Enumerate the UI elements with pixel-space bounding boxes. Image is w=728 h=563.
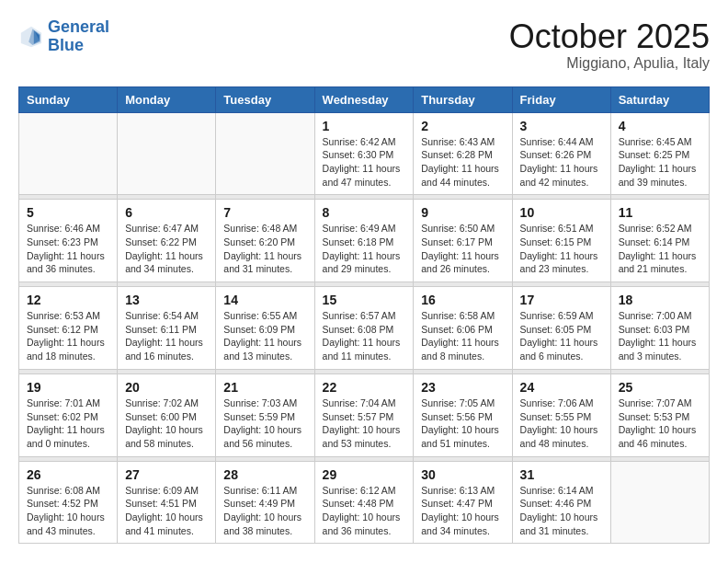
day-number: 25	[619, 380, 701, 395]
calendar-table: SundayMondayTuesdayWednesdayThursdayFrid…	[18, 86, 710, 545]
weekday-header-saturday: Saturday	[610, 86, 709, 112]
calendar-cell: 25Sunrise: 7:07 AMSunset: 5:53 PMDayligh…	[610, 373, 709, 456]
calendar-cell: 24Sunrise: 7:06 AMSunset: 5:55 PMDayligh…	[512, 373, 610, 456]
location-subtitle: Miggiano, Apulia, Italy	[509, 55, 710, 72]
day-number: 28	[223, 467, 306, 482]
calendar-week-row: 5Sunrise: 6:46 AMSunset: 6:23 PMDaylight…	[19, 200, 710, 282]
page-header: General Blue October 2025 Miggiano, Apul…	[18, 18, 710, 72]
calendar-cell: 8Sunrise: 6:49 AMSunset: 6:18 PMDaylight…	[314, 200, 414, 282]
calendar-cell: 12Sunrise: 6:53 AMSunset: 6:12 PMDayligh…	[19, 287, 118, 370]
calendar-cell: 7Sunrise: 6:48 AMSunset: 6:20 PMDaylight…	[216, 200, 314, 282]
day-info: Sunrise: 6:11 AMSunset: 4:49 PMDaylight:…	[223, 484, 306, 538]
day-number: 30	[421, 467, 504, 482]
day-number: 21	[223, 380, 306, 395]
calendar-cell: 19Sunrise: 7:01 AMSunset: 6:02 PMDayligh…	[19, 373, 118, 456]
calendar-cell: 5Sunrise: 6:46 AMSunset: 6:23 PMDaylight…	[19, 200, 118, 282]
day-number: 24	[520, 380, 603, 395]
day-number: 2	[421, 119, 504, 133]
day-number: 27	[125, 467, 208, 482]
calendar-cell: 30Sunrise: 6:13 AMSunset: 4:47 PMDayligh…	[414, 461, 512, 544]
day-info: Sunrise: 6:48 AMSunset: 6:20 PMDaylight:…	[223, 222, 306, 276]
day-info: Sunrise: 7:04 AMSunset: 5:57 PMDaylight:…	[323, 396, 406, 451]
calendar-cell: 11Sunrise: 6:52 AMSunset: 6:14 PMDayligh…	[610, 200, 709, 282]
day-number: 9	[421, 205, 504, 220]
calendar-cell: 15Sunrise: 6:57 AMSunset: 6:08 PMDayligh…	[314, 287, 414, 370]
weekday-header-friday: Friday	[512, 86, 610, 112]
calendar-cell: 2Sunrise: 6:43 AMSunset: 6:28 PMDaylight…	[414, 112, 512, 195]
weekday-header-tuesday: Tuesday	[216, 86, 314, 112]
day-number: 29	[323, 467, 406, 482]
day-info: Sunrise: 6:13 AMSunset: 4:47 PMDaylight:…	[421, 484, 504, 538]
calendar-cell: 28Sunrise: 6:11 AMSunset: 4:49 PMDayligh…	[216, 461, 314, 544]
weekday-header-monday: Monday	[118, 86, 216, 112]
day-info: Sunrise: 6:44 AMSunset: 6:26 PMDaylight:…	[520, 135, 603, 190]
logo-line1: General	[48, 17, 109, 36]
day-number: 10	[520, 205, 603, 220]
day-info: Sunrise: 6:50 AMSunset: 6:17 PMDaylight:…	[421, 222, 504, 276]
day-info: Sunrise: 7:01 AMSunset: 6:02 PMDaylight:…	[27, 396, 109, 451]
weekday-header-row: SundayMondayTuesdayWednesdayThursdayFrid…	[19, 86, 710, 112]
day-number: 1	[323, 119, 406, 133]
calendar-cell: 31Sunrise: 6:14 AMSunset: 4:46 PMDayligh…	[512, 461, 610, 544]
day-number: 13	[125, 293, 208, 307]
day-info: Sunrise: 6:49 AMSunset: 6:18 PMDaylight:…	[323, 222, 406, 276]
calendar-cell: 9Sunrise: 6:50 AMSunset: 6:17 PMDaylight…	[414, 200, 512, 282]
day-info: Sunrise: 6:59 AMSunset: 6:05 PMDaylight:…	[520, 309, 603, 363]
calendar-cell: 20Sunrise: 7:02 AMSunset: 6:00 PMDayligh…	[118, 373, 216, 456]
day-info: Sunrise: 6:47 AMSunset: 6:22 PMDaylight:…	[125, 222, 208, 276]
day-number: 31	[520, 467, 603, 482]
day-info: Sunrise: 6:42 AMSunset: 6:30 PMDaylight:…	[323, 135, 406, 190]
day-info: Sunrise: 7:00 AMSunset: 6:03 PMDaylight:…	[619, 309, 701, 363]
day-info: Sunrise: 6:43 AMSunset: 6:28 PMDaylight:…	[421, 135, 504, 190]
day-info: Sunrise: 6:53 AMSunset: 6:12 PMDaylight:…	[27, 309, 109, 363]
calendar-cell: 22Sunrise: 7:04 AMSunset: 5:57 PMDayligh…	[314, 373, 414, 456]
day-number: 20	[125, 380, 208, 395]
calendar-cell: 23Sunrise: 7:05 AMSunset: 5:56 PMDayligh…	[414, 373, 512, 456]
logo-text: General Blue	[48, 18, 109, 55]
day-info: Sunrise: 6:55 AMSunset: 6:09 PMDaylight:…	[223, 309, 306, 363]
day-number: 14	[223, 293, 306, 307]
weekday-header-wednesday: Wednesday	[314, 86, 414, 112]
day-number: 16	[421, 293, 504, 307]
day-number: 23	[421, 380, 504, 395]
calendar-cell	[216, 112, 314, 195]
calendar-cell: 18Sunrise: 7:00 AMSunset: 6:03 PMDayligh…	[610, 287, 709, 370]
logo-line2: Blue	[48, 36, 84, 54]
day-info: Sunrise: 6:09 AMSunset: 4:51 PMDaylight:…	[125, 484, 208, 538]
calendar-cell: 14Sunrise: 6:55 AMSunset: 6:09 PMDayligh…	[216, 287, 314, 370]
day-info: Sunrise: 6:51 AMSunset: 6:15 PMDaylight:…	[520, 222, 603, 276]
day-info: Sunrise: 7:02 AMSunset: 6:00 PMDaylight:…	[125, 396, 208, 451]
calendar-cell	[118, 112, 216, 195]
day-number: 11	[619, 205, 701, 220]
calendar-cell: 6Sunrise: 6:47 AMSunset: 6:22 PMDaylight…	[118, 200, 216, 282]
calendar-cell: 17Sunrise: 6:59 AMSunset: 6:05 PMDayligh…	[512, 287, 610, 370]
day-number: 22	[323, 380, 406, 395]
logo-icon	[18, 24, 44, 50]
calendar-cell: 4Sunrise: 6:45 AMSunset: 6:25 PMDaylight…	[610, 112, 709, 195]
calendar-week-row: 26Sunrise: 6:08 AMSunset: 4:52 PMDayligh…	[19, 461, 710, 544]
day-number: 15	[323, 293, 406, 307]
logo: General Blue	[18, 18, 109, 55]
day-number: 26	[27, 467, 109, 482]
day-info: Sunrise: 7:06 AMSunset: 5:55 PMDaylight:…	[520, 396, 603, 451]
calendar-cell: 13Sunrise: 6:54 AMSunset: 6:11 PMDayligh…	[118, 287, 216, 370]
calendar-cell: 27Sunrise: 6:09 AMSunset: 4:51 PMDayligh…	[118, 461, 216, 544]
calendar-cell: 21Sunrise: 7:03 AMSunset: 5:59 PMDayligh…	[216, 373, 314, 456]
calendar-cell: 16Sunrise: 6:58 AMSunset: 6:06 PMDayligh…	[414, 287, 512, 370]
day-number: 6	[125, 205, 208, 220]
day-info: Sunrise: 6:12 AMSunset: 4:48 PMDaylight:…	[323, 484, 406, 538]
day-number: 8	[323, 205, 406, 220]
day-number: 19	[27, 380, 109, 395]
day-info: Sunrise: 6:14 AMSunset: 4:46 PMDaylight:…	[520, 484, 603, 538]
day-number: 7	[223, 205, 306, 220]
day-info: Sunrise: 6:08 AMSunset: 4:52 PMDaylight:…	[27, 484, 109, 538]
calendar-week-row: 12Sunrise: 6:53 AMSunset: 6:12 PMDayligh…	[19, 287, 710, 370]
calendar-week-row: 19Sunrise: 7:01 AMSunset: 6:02 PMDayligh…	[19, 373, 710, 456]
calendar-cell: 26Sunrise: 6:08 AMSunset: 4:52 PMDayligh…	[19, 461, 118, 544]
calendar-cell: 29Sunrise: 6:12 AMSunset: 4:48 PMDayligh…	[314, 461, 414, 544]
day-number: 17	[520, 293, 603, 307]
day-number: 5	[27, 205, 109, 220]
day-info: Sunrise: 6:45 AMSunset: 6:25 PMDaylight:…	[619, 135, 701, 190]
day-number: 4	[619, 119, 701, 133]
calendar-week-row: 1Sunrise: 6:42 AMSunset: 6:30 PMDaylight…	[19, 112, 710, 195]
